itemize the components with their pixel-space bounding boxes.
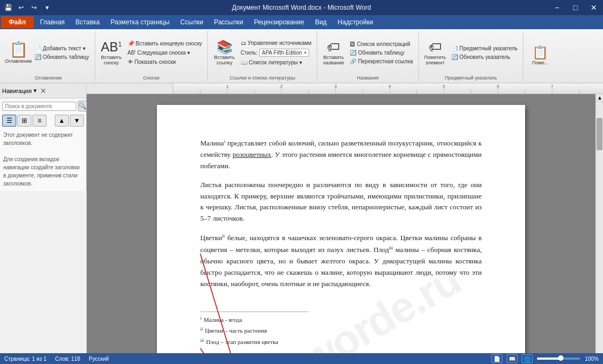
- illus-list-button[interactable]: 🖼 Список иллюстраций: [348, 40, 415, 48]
- bibliography-button[interactable]: 📖 Список литературы ▾: [239, 58, 314, 67]
- menu-item-view[interactable]: Вид: [310, 16, 332, 28]
- partial-button[interactable]: 📋 Поме...: [527, 39, 553, 72]
- navigation-close-button[interactable]: ✕: [39, 87, 48, 95]
- scroll-up-button[interactable]: ▲: [596, 94, 603, 102]
- view-mode-print-button[interactable]: 📄: [491, 354, 502, 363]
- navigation-search-button[interactable]: 🔍: [78, 101, 87, 111]
- doc-scroll-container: kakvworde.ru Малинаi представляет собой …: [87, 94, 603, 364]
- menu-item-file[interactable]: Файл: [1, 16, 34, 28]
- menu-item-mailings[interactable]: Рассылки: [208, 16, 248, 28]
- ribbon-group-toc-content: 📋 Оглавление 📄 Добавить текст ▾ 🔄 Обнови…: [5, 31, 91, 74]
- citations-group-label: Ссылки и списки литературы: [230, 74, 295, 81]
- toc-label: Оглавление: [5, 58, 32, 64]
- doc-paragraph-1: Малинаi представляет собой колючий, силь…: [200, 137, 482, 172]
- cross-ref-button[interactable]: 🔗 Перекрестная ссылка: [348, 57, 415, 65]
- ribbon-group-footnotes: AB1 Вставитьсноску 📌 Вставить концевую с…: [96, 31, 208, 81]
- footnote-2-sup: ii: [200, 326, 202, 333]
- insert-citation-icon: 📚: [217, 41, 233, 54]
- update-index-button[interactable]: 🔄 Обновить указатель: [449, 53, 520, 61]
- scroll-thumb[interactable]: [597, 118, 602, 150]
- doc-p2-text: Листья расположены поочередно и различаю…: [200, 181, 482, 222]
- manage-sources-button[interactable]: 🗂 Управление источниками: [239, 39, 314, 47]
- mark-entry-button[interactable]: 🏷 Пометитьэлемент: [422, 37, 448, 69]
- subject-index-button[interactable]: 📑 Предметный указатель: [449, 44, 520, 52]
- mark-entry-label: Пометитьэлемент: [424, 55, 446, 65]
- nav-extra-btn1[interactable]: ▲: [55, 115, 69, 127]
- toc-button[interactable]: 📋 Оглавление: [5, 37, 31, 69]
- navigation-dropdown-icon[interactable]: ▾: [34, 87, 37, 94]
- ribbon-group-partial: 📋 Поме...: [525, 31, 557, 81]
- status-lang: Русский: [89, 356, 109, 362]
- menu-item-review[interactable]: Рецензирование: [248, 16, 310, 28]
- close-button[interactable]: ✕: [585, 0, 603, 15]
- menu-bar: Файл Главная Вставка Разметка страницы С…: [0, 15, 603, 29]
- insert-endnote-button[interactable]: 📌 Вставить концевую сноску: [126, 39, 205, 48]
- mark-entry-icon: 🏷: [429, 41, 442, 54]
- view-pages-button[interactable]: ⊞: [17, 115, 31, 127]
- add-text-button[interactable]: 📄 Добавить текст ▾: [32, 44, 91, 52]
- insert-footnote-button[interactable]: AB1 Вставитьсноску: [99, 37, 124, 69]
- horizontal-ruler: 12 34 56 78 9: [173, 83, 603, 94]
- manage-sources-label: Управление источниками: [248, 40, 312, 46]
- style-dropdown[interactable]: APA Fifth Edition ▾: [259, 49, 309, 57]
- cross-ref-icon: 🔗: [350, 58, 356, 64]
- zoom-slider[interactable]: [537, 358, 580, 360]
- svg-text:7: 7: [551, 84, 554, 89]
- view-headings-button[interactable]: ☰: [2, 115, 16, 127]
- title-bar: 💾 ↩ ↪ ▾ Документ Microsoft Word.docx - M…: [0, 0, 603, 15]
- toc-icon: 📋: [9, 42, 28, 57]
- document-area[interactable]: kakvworde.ru Малинаi представляет собой …: [87, 94, 595, 364]
- update-toc-button[interactable]: 🔄 Обновить таблицу: [32, 53, 91, 61]
- doc-p1-text: Малинаi представляет собой колючий, силь…: [200, 139, 482, 170]
- svg-text:4: 4: [389, 84, 391, 89]
- view-mode-web-button[interactable]: 🌐: [522, 354, 533, 363]
- bibliography-icon: 📖: [241, 59, 247, 65]
- doc-paragraph-3: Цветкиii белые, находятся в чашечках зел…: [200, 232, 482, 290]
- next-footnote-icon: ABi: [128, 49, 136, 56]
- style-select[interactable]: Стиль: APA Fifth Edition ▾: [239, 48, 314, 58]
- status-right: 📄 📖 🌐 100%: [491, 354, 599, 363]
- subject-index-icon: 📑: [451, 45, 458, 51]
- menu-item-layout[interactable]: Разметка страницы: [105, 16, 175, 28]
- navigation-panel-header: Навигация ▾ ✕: [0, 83, 86, 98]
- app-window: 💾 ↩ ↪ ▾ Документ Microsoft Word.docx - M…: [0, 0, 603, 364]
- add-text-label: Добавить текст ▾: [43, 45, 86, 51]
- navigation-title: Навигация: [2, 88, 31, 94]
- doc-paragraph-2: Листья расположены поочередно и различаю…: [200, 180, 482, 224]
- svg-text:6: 6: [497, 84, 500, 89]
- ribbon-group-citations-content: 📚 Вставитьссылку 🗂 Управление источникам…: [212, 31, 314, 74]
- menu-item-references[interactable]: Ссылки: [175, 16, 208, 28]
- quick-access-toolbar: 💾 ↩ ↪ ▾: [0, 0, 53, 15]
- ribbon: 📋 Оглавление 📄 Добавить текст ▾ 🔄 Обнови…: [0, 29, 603, 83]
- vertical-scrollbar[interactable]: ▲ ▼: [595, 94, 603, 364]
- next-footnote-button[interactable]: ABi Следующая сноска ▾: [126, 48, 205, 57]
- menu-item-addins[interactable]: Надстройки: [332, 16, 379, 28]
- doc-container: 12 34 56 78 9 kakvworde.ru: [87, 83, 603, 364]
- nav-extra-btn2[interactable]: ▼: [70, 115, 84, 127]
- insert-citation-button[interactable]: 📚 Вставитьссылку: [212, 37, 238, 69]
- menu-item-home[interactable]: Главная: [35, 16, 70, 28]
- navigation-search-input[interactable]: [2, 102, 76, 111]
- doc-p1-underline: розоцветных: [233, 150, 271, 158]
- insert-caption-button[interactable]: 🏷 Вставитьназвание: [320, 37, 346, 69]
- footnotes-stack: 📌 Вставить концевую сноску ABi Следующая…: [126, 39, 205, 65]
- partial-label: Поме...: [532, 60, 548, 65]
- footnote-3-sup: iii: [200, 337, 204, 345]
- save-qa-button[interactable]: 💾: [2, 2, 14, 14]
- maximize-button[interactable]: □: [566, 0, 585, 15]
- update-index-label: Обновить указатель: [460, 54, 510, 60]
- show-footnotes-button[interactable]: 👁 Показать сноски: [126, 58, 205, 66]
- minimize-button[interactable]: −: [548, 0, 566, 15]
- update-table-button[interactable]: 🔄 Обновить таблицу: [348, 49, 415, 57]
- undo-qa-button[interactable]: ↩: [15, 2, 27, 14]
- index-stack: 📑 Предметный указатель 🔄 Обновить указат…: [449, 44, 520, 61]
- zoom-slider-thumb[interactable]: [558, 355, 563, 361]
- view-results-button[interactable]: ≡: [32, 115, 47, 127]
- navigation-search-area: 🔍: [0, 98, 86, 114]
- next-footnote-label: Следующая сноска ▾: [137, 50, 190, 56]
- svg-text:5: 5: [443, 84, 445, 89]
- qa-dropdown-button[interactable]: ▾: [41, 2, 53, 14]
- view-mode-read-button[interactable]: 📖: [507, 354, 517, 363]
- redo-qa-button[interactable]: ↪: [28, 2, 40, 14]
- menu-item-insert[interactable]: Вставка: [70, 16, 106, 28]
